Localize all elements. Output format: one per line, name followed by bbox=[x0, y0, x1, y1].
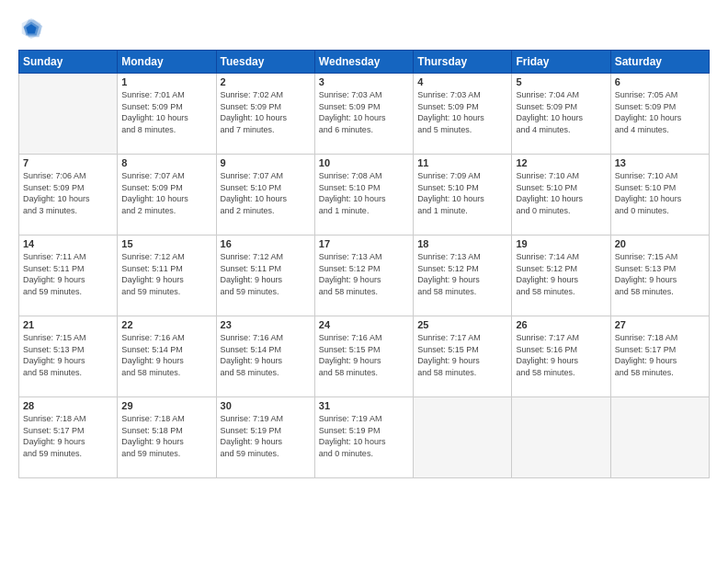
day-cell: 10Sunrise: 7:08 AM Sunset: 5:10 PM Dayli… bbox=[314, 155, 413, 236]
week-row: 14Sunrise: 7:11 AM Sunset: 5:11 PM Dayli… bbox=[19, 236, 710, 316]
day-info: Sunrise: 7:19 AM Sunset: 5:19 PM Dayligh… bbox=[319, 413, 409, 459]
day-cell: 22Sunrise: 7:16 AM Sunset: 5:14 PM Dayli… bbox=[118, 316, 216, 397]
week-row: 21Sunrise: 7:15 AM Sunset: 5:13 PM Dayli… bbox=[19, 316, 710, 397]
day-number: 1 bbox=[121, 76, 211, 87]
day-cell: 8Sunrise: 7:07 AM Sunset: 5:09 PM Daylig… bbox=[118, 155, 216, 236]
day-info: Sunrise: 7:12 AM Sunset: 5:11 PM Dayligh… bbox=[221, 251, 311, 297]
day-cell: 20Sunrise: 7:15 AM Sunset: 5:13 PM Dayli… bbox=[610, 236, 709, 316]
day-info: Sunrise: 7:16 AM Sunset: 5:14 PM Dayligh… bbox=[121, 332, 211, 378]
day-number: 15 bbox=[121, 238, 211, 249]
day-number: 26 bbox=[516, 319, 606, 330]
day-number: 2 bbox=[221, 76, 311, 87]
day-cell: 19Sunrise: 7:14 AM Sunset: 5:12 PM Dayli… bbox=[512, 236, 610, 316]
day-number: 5 bbox=[516, 76, 606, 87]
day-cell: 30Sunrise: 7:19 AM Sunset: 5:19 PM Dayli… bbox=[216, 397, 314, 478]
day-cell: 3Sunrise: 7:03 AM Sunset: 5:09 PM Daylig… bbox=[314, 74, 413, 155]
day-cell bbox=[610, 397, 709, 478]
day-info: Sunrise: 7:07 AM Sunset: 5:09 PM Dayligh… bbox=[121, 170, 211, 216]
day-cell: 13Sunrise: 7:10 AM Sunset: 5:10 PM Dayli… bbox=[610, 155, 709, 236]
day-cell: 9Sunrise: 7:07 AM Sunset: 5:10 PM Daylig… bbox=[216, 155, 314, 236]
calendar-table: SundayMondayTuesdayWednesdayThursdayFrid… bbox=[18, 50, 710, 478]
week-row: 1Sunrise: 7:01 AM Sunset: 5:09 PM Daylig… bbox=[19, 74, 710, 155]
day-number: 4 bbox=[417, 76, 507, 87]
day-cell bbox=[414, 397, 512, 478]
day-number: 19 bbox=[516, 238, 606, 249]
day-header: Sunday bbox=[19, 51, 118, 74]
day-info: Sunrise: 7:18 AM Sunset: 5:17 PM Dayligh… bbox=[23, 413, 113, 459]
day-info: Sunrise: 7:12 AM Sunset: 5:11 PM Dayligh… bbox=[121, 251, 211, 297]
day-header: Friday bbox=[512, 51, 610, 74]
day-info: Sunrise: 7:06 AM Sunset: 5:09 PM Dayligh… bbox=[23, 170, 113, 216]
day-number: 10 bbox=[319, 157, 409, 168]
day-header: Wednesday bbox=[314, 51, 413, 74]
day-number: 6 bbox=[615, 76, 705, 87]
day-info: Sunrise: 7:17 AM Sunset: 5:15 PM Dayligh… bbox=[417, 332, 507, 378]
day-cell bbox=[512, 397, 610, 478]
week-row: 7Sunrise: 7:06 AM Sunset: 5:09 PM Daylig… bbox=[19, 155, 710, 236]
day-cell bbox=[19, 74, 118, 155]
day-cell: 23Sunrise: 7:16 AM Sunset: 5:14 PM Dayli… bbox=[216, 316, 314, 397]
day-number: 9 bbox=[221, 157, 311, 168]
day-info: Sunrise: 7:15 AM Sunset: 5:13 PM Dayligh… bbox=[23, 332, 113, 378]
day-number: 8 bbox=[121, 157, 211, 168]
day-number: 28 bbox=[23, 400, 113, 411]
day-number: 16 bbox=[221, 238, 311, 249]
day-info: Sunrise: 7:03 AM Sunset: 5:09 PM Dayligh… bbox=[417, 89, 507, 135]
day-number: 17 bbox=[319, 238, 409, 249]
day-info: Sunrise: 7:03 AM Sunset: 5:09 PM Dayligh… bbox=[319, 89, 409, 135]
day-cell: 5Sunrise: 7:04 AM Sunset: 5:09 PM Daylig… bbox=[512, 74, 610, 155]
day-number: 18 bbox=[417, 238, 507, 249]
day-info: Sunrise: 7:11 AM Sunset: 5:11 PM Dayligh… bbox=[23, 251, 113, 297]
day-cell: 4Sunrise: 7:03 AM Sunset: 5:09 PM Daylig… bbox=[414, 74, 512, 155]
day-cell: 27Sunrise: 7:18 AM Sunset: 5:17 PM Dayli… bbox=[610, 316, 709, 397]
day-cell: 28Sunrise: 7:18 AM Sunset: 5:17 PM Dayli… bbox=[19, 397, 118, 478]
day-number: 23 bbox=[221, 319, 311, 330]
day-info: Sunrise: 7:17 AM Sunset: 5:16 PM Dayligh… bbox=[516, 332, 606, 378]
day-cell: 26Sunrise: 7:17 AM Sunset: 5:16 PM Dayli… bbox=[512, 316, 610, 397]
day-info: Sunrise: 7:16 AM Sunset: 5:15 PM Dayligh… bbox=[319, 332, 409, 378]
day-number: 24 bbox=[319, 319, 409, 330]
day-info: Sunrise: 7:04 AM Sunset: 5:09 PM Dayligh… bbox=[516, 89, 606, 135]
day-number: 14 bbox=[23, 238, 113, 249]
day-number: 3 bbox=[319, 76, 409, 87]
day-header: Tuesday bbox=[216, 51, 314, 74]
day-number: 30 bbox=[221, 400, 311, 411]
header-row: SundayMondayTuesdayWednesdayThursdayFrid… bbox=[19, 51, 710, 74]
day-cell: 31Sunrise: 7:19 AM Sunset: 5:19 PM Dayli… bbox=[314, 397, 413, 478]
logo-icon bbox=[18, 15, 44, 40]
day-info: Sunrise: 7:16 AM Sunset: 5:14 PM Dayligh… bbox=[221, 332, 311, 378]
day-number: 31 bbox=[319, 400, 409, 411]
day-cell: 1Sunrise: 7:01 AM Sunset: 5:09 PM Daylig… bbox=[118, 74, 216, 155]
day-info: Sunrise: 7:07 AM Sunset: 5:10 PM Dayligh… bbox=[221, 170, 311, 216]
day-cell: 12Sunrise: 7:10 AM Sunset: 5:10 PM Dayli… bbox=[512, 155, 610, 236]
day-header: Saturday bbox=[610, 51, 709, 74]
day-cell: 2Sunrise: 7:02 AM Sunset: 5:09 PM Daylig… bbox=[216, 74, 314, 155]
day-cell: 25Sunrise: 7:17 AM Sunset: 5:15 PM Dayli… bbox=[414, 316, 512, 397]
day-cell: 29Sunrise: 7:18 AM Sunset: 5:18 PM Dayli… bbox=[118, 397, 216, 478]
day-header: Thursday bbox=[414, 51, 512, 74]
day-number: 25 bbox=[417, 319, 507, 330]
day-info: Sunrise: 7:10 AM Sunset: 5:10 PM Dayligh… bbox=[615, 170, 705, 216]
day-info: Sunrise: 7:02 AM Sunset: 5:09 PM Dayligh… bbox=[221, 89, 311, 135]
day-number: 13 bbox=[615, 157, 705, 168]
day-cell: 15Sunrise: 7:12 AM Sunset: 5:11 PM Dayli… bbox=[118, 236, 216, 316]
day-info: Sunrise: 7:01 AM Sunset: 5:09 PM Dayligh… bbox=[121, 89, 211, 135]
day-number: 29 bbox=[121, 400, 211, 411]
day-info: Sunrise: 7:13 AM Sunset: 5:12 PM Dayligh… bbox=[319, 251, 409, 297]
day-number: 21 bbox=[23, 319, 113, 330]
day-cell: 21Sunrise: 7:15 AM Sunset: 5:13 PM Dayli… bbox=[19, 316, 118, 397]
day-number: 11 bbox=[417, 157, 507, 168]
week-row: 28Sunrise: 7:18 AM Sunset: 5:17 PM Dayli… bbox=[19, 397, 710, 478]
day-cell: 6Sunrise: 7:05 AM Sunset: 5:09 PM Daylig… bbox=[610, 74, 709, 155]
day-number: 7 bbox=[23, 157, 113, 168]
day-cell: 24Sunrise: 7:16 AM Sunset: 5:15 PM Dayli… bbox=[314, 316, 413, 397]
day-info: Sunrise: 7:09 AM Sunset: 5:10 PM Dayligh… bbox=[417, 170, 507, 216]
day-cell: 18Sunrise: 7:13 AM Sunset: 5:12 PM Dayli… bbox=[414, 236, 512, 316]
logo bbox=[18, 15, 48, 40]
day-info: Sunrise: 7:13 AM Sunset: 5:12 PM Dayligh… bbox=[417, 251, 507, 297]
day-cell: 11Sunrise: 7:09 AM Sunset: 5:10 PM Dayli… bbox=[414, 155, 512, 236]
day-info: Sunrise: 7:14 AM Sunset: 5:12 PM Dayligh… bbox=[516, 251, 606, 297]
day-info: Sunrise: 7:08 AM Sunset: 5:10 PM Dayligh… bbox=[319, 170, 409, 216]
header bbox=[18, 15, 710, 40]
day-cell: 17Sunrise: 7:13 AM Sunset: 5:12 PM Dayli… bbox=[314, 236, 413, 316]
